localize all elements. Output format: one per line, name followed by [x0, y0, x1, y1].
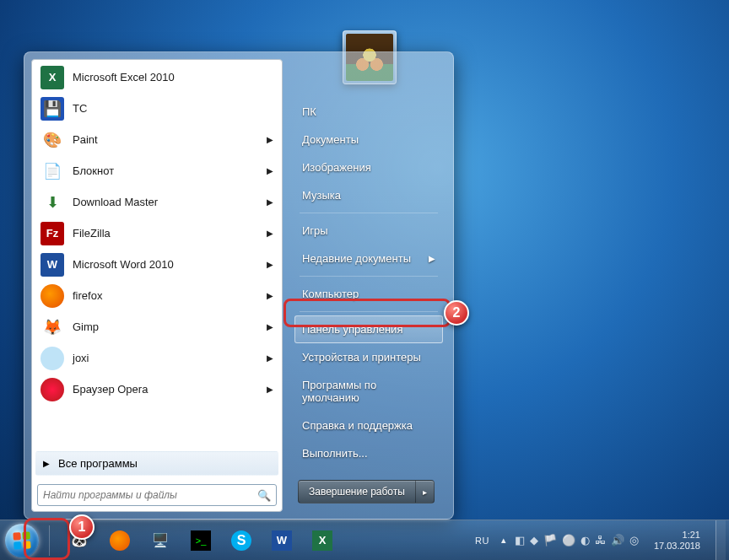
- all-programs-button[interactable]: ▶ Все программы: [35, 451, 278, 476]
- download-master-icon: ⬇: [40, 191, 64, 214]
- right-item-recent[interactable]: Недавние документы▶: [294, 245, 443, 272]
- search-icon: 🔍: [257, 489, 271, 502]
- right-item-label: Выполнить...: [302, 447, 368, 460]
- tray-network-icon[interactable]: 🖧: [595, 534, 606, 547]
- tc-icon: 💾: [40, 97, 64, 121]
- right-item-label: Изображения: [302, 161, 371, 174]
- program-label: TC: [73, 102, 87, 115]
- right-item-help[interactable]: Справка и поддержка: [294, 412, 443, 439]
- program-item-opera[interactable]: Браузер Opera ▶: [32, 374, 282, 405]
- program-label: Gimp: [73, 320, 99, 333]
- firefox-icon: [40, 284, 64, 308]
- gimp-icon: 🦊: [40, 315, 64, 339]
- program-item-firefox[interactable]: firefox ▶: [32, 280, 282, 311]
- word-icon: W: [40, 253, 64, 277]
- notepad-icon: 📄: [40, 159, 64, 183]
- submenu-arrow-icon: ▶: [267, 197, 273, 207]
- program-item-excel[interactable]: X Microsoft Excel 2010: [32, 62, 282, 93]
- shutdown-row: Завершение работы ▸: [294, 480, 443, 505]
- right-item-computer[interactable]: Компьютер: [294, 280, 443, 308]
- submenu-arrow-icon: ▶: [267, 353, 273, 363]
- tray-shield-icon[interactable]: ⚪: [562, 534, 575, 547]
- program-item-tc[interactable]: 💾 TC: [32, 93, 282, 124]
- right-item-control-panel[interactable]: Панель управления: [294, 315, 443, 343]
- taskbar-item-system[interactable]: 🖥️: [141, 524, 180, 557]
- right-item-label: ПК: [302, 105, 316, 118]
- right-item-label: Панель управления: [302, 323, 402, 336]
- taskbar-item-firefox[interactable]: [100, 524, 139, 557]
- taskbar-item-cmd[interactable]: >_: [181, 524, 220, 557]
- tray-app-icon[interactable]: ◐: [580, 534, 590, 547]
- taskbar-separator: [49, 525, 50, 556]
- program-item-joxi[interactable]: joxi ▶: [32, 342, 282, 374]
- shutdown-label[interactable]: Завершение работы: [299, 481, 415, 503]
- right-item-documents[interactable]: Документы: [294, 126, 443, 153]
- system-tray: RU ▴ ◧ ◆ 🏳️ ⚪ ◐ 🖧 🔊 ◎ 1:21 17.03.2018: [472, 520, 729, 561]
- cmd-icon: >_: [191, 530, 211, 551]
- word-icon: W: [272, 530, 292, 551]
- tray-app-icon[interactable]: ◆: [530, 534, 538, 547]
- program-item-paint[interactable]: 🎨 Paint ▶: [32, 124, 282, 155]
- right-item-music[interactable]: Музыка: [294, 181, 443, 209]
- firefox-icon: [110, 530, 130, 551]
- right-item-label: Игры: [302, 224, 328, 237]
- right-item-default-programs[interactable]: Программы по умолчанию: [294, 371, 443, 412]
- taskbar-pinned: 🐼 🖥️ >_ S W X: [60, 524, 342, 557]
- tray-app-icon[interactable]: ◧: [515, 534, 525, 547]
- right-item-label: Музыка: [302, 189, 341, 202]
- program-item-filezilla[interactable]: Fz FileZilla ▶: [32, 218, 282, 249]
- windows-orb-icon: [5, 524, 39, 557]
- shutdown-button[interactable]: Завершение работы ▸: [298, 480, 435, 503]
- right-item-label: Справка и поддержка: [302, 419, 413, 432]
- program-item-dm[interactable]: ⬇ Download Master ▶: [32, 186, 282, 218]
- language-indicator[interactable]: RU: [472, 534, 493, 547]
- excel-icon: X: [40, 66, 64, 89]
- separator: [300, 213, 438, 213]
- taskbar-item-excel[interactable]: X: [303, 524, 342, 557]
- taskbar-item-skype[interactable]: S: [222, 524, 261, 557]
- right-item-user[interactable]: ПК: [294, 98, 443, 126]
- right-item-devices[interactable]: Устройства и принтеры: [294, 343, 443, 371]
- program-item-notepad[interactable]: 📄 Блокнот ▶: [32, 155, 282, 186]
- submenu-arrow-icon: ▶: [267, 166, 273, 175]
- clock-time: 1:21: [654, 530, 700, 541]
- clock-date: 17.03.2018: [654, 541, 700, 552]
- annotation-badge-2: 2: [444, 300, 469, 326]
- filezilla-icon: Fz: [40, 222, 64, 245]
- program-label: joxi: [73, 352, 89, 364]
- submenu-arrow-icon: ▶: [267, 291, 273, 300]
- shutdown-options-arrow[interactable]: ▸: [415, 481, 434, 503]
- right-item-label: Устройства и принтеры: [302, 351, 421, 363]
- right-item-games[interactable]: Игры: [294, 217, 443, 245]
- start-menu-left-pane: X Microsoft Excel 2010 💾 TC 🎨 Paint ▶ 📄 …: [31, 59, 283, 512]
- right-item-label: Документы: [302, 133, 359, 146]
- submenu-arrow-icon: ▶: [267, 260, 273, 269]
- taskbar-clock[interactable]: 1:21 17.03.2018: [647, 530, 707, 551]
- start-menu: X Microsoft Excel 2010 💾 TC 🎨 Paint ▶ 📄 …: [24, 51, 454, 520]
- all-programs-label: Все программы: [58, 457, 138, 470]
- right-item-label: Программы по умолчанию: [302, 379, 435, 404]
- tray-app-icon[interactable]: ◎: [629, 534, 639, 547]
- search-input[interactable]: [43, 489, 252, 501]
- start-button[interactable]: [0, 520, 44, 561]
- separator: [300, 311, 438, 312]
- search-box[interactable]: 🔍: [37, 484, 277, 506]
- program-item-gimp[interactable]: 🦊 Gimp ▶: [32, 311, 282, 342]
- tray-chevron-icon[interactable]: ▴: [501, 535, 506, 546]
- tray-flag-icon[interactable]: 🏳️: [543, 534, 557, 547]
- program-label: Download Master: [73, 196, 158, 208]
- monitor-icon: 🖥️: [152, 532, 169, 548]
- right-item-pictures[interactable]: Изображения: [294, 153, 443, 181]
- program-label: Блокнот: [73, 164, 114, 177]
- program-label: Браузер Opera: [73, 383, 148, 396]
- program-label: Paint: [73, 133, 98, 146]
- right-item-run[interactable]: Выполнить...: [294, 439, 443, 467]
- taskbar-item-word[interactable]: W: [262, 524, 301, 557]
- separator: [300, 276, 438, 277]
- program-item-word[interactable]: W Microsoft Word 2010 ▶: [32, 249, 282, 280]
- show-desktop-button[interactable]: [716, 520, 726, 561]
- opera-icon: [40, 378, 64, 401]
- program-label: Microsoft Excel 2010: [73, 71, 175, 83]
- program-label: Microsoft Word 2010: [73, 258, 174, 271]
- tray-volume-icon[interactable]: 🔊: [611, 534, 624, 547]
